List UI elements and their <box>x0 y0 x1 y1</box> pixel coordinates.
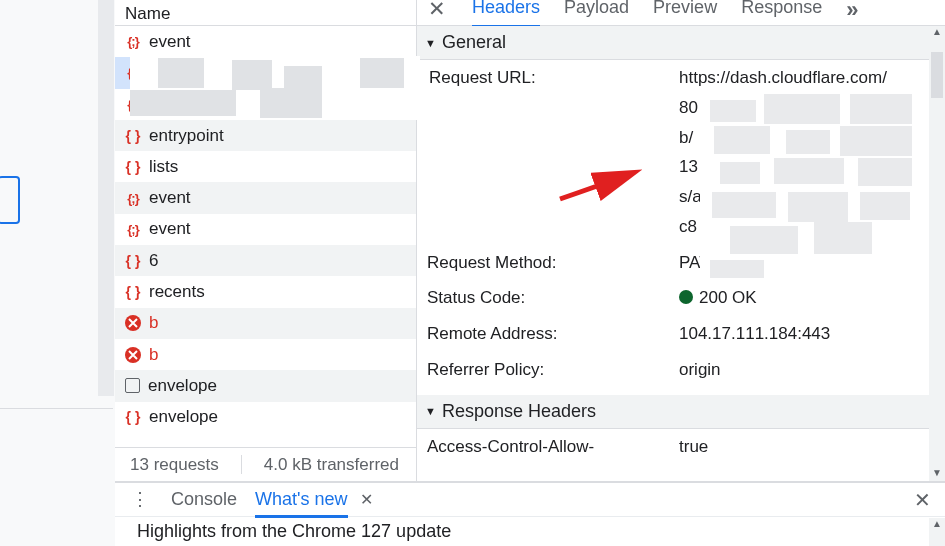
request-row[interactable]: b <box>115 308 416 339</box>
js-file-icon: {;} <box>125 34 141 50</box>
js-file-icon: {;} <box>125 221 141 237</box>
request-label: entrypoint <box>149 126 224 146</box>
referrer-policy-value: origin <box>679 355 935 385</box>
remote-address-label: Remote Address: <box>427 319 679 349</box>
close-icon[interactable]: ✕ <box>360 490 373 509</box>
drawer-scroll-up-icon[interactable]: ▲ <box>929 518 945 546</box>
request-row[interactable]: {;}event <box>115 214 416 245</box>
acah-value: true <box>679 432 935 462</box>
redaction-block <box>284 66 322 90</box>
request-label: event <box>149 32 191 52</box>
tabs-overflow-icon[interactable]: » <box>846 0 867 23</box>
caret-down-icon: ▼ <box>425 37 436 49</box>
left-sidebar-sliver <box>0 0 115 546</box>
status-code-value: 200 OK <box>679 283 935 313</box>
drawer-body: Highlights from the Chrome 127 update <box>115 517 945 546</box>
kv-status-code: Status Code: 200 OK <box>417 280 945 316</box>
scroll-up-icon[interactable]: ▲ <box>929 26 945 40</box>
tab-headers[interactable]: Headers <box>472 0 540 24</box>
fetch-icon: { } <box>125 128 141 144</box>
summary-requests: 13 requests <box>130 455 219 475</box>
request-row[interactable]: { }recents <box>115 276 416 307</box>
request-label: b <box>149 313 158 333</box>
general-title: General <box>442 32 506 53</box>
response-headers-section-header[interactable]: ▼ Response Headers <box>417 395 945 429</box>
error-icon <box>125 315 141 331</box>
drawer-tab-whatsnew[interactable]: What's new <box>255 489 347 510</box>
status-code-label: Status Code: <box>427 283 679 313</box>
fetch-icon: { } <box>125 159 141 175</box>
request-row[interactable]: { }entrypoint <box>115 120 416 151</box>
tab-payload[interactable]: Payload <box>564 0 629 24</box>
request-label: 6 <box>149 251 158 271</box>
fetch-icon: { } <box>125 253 141 269</box>
general-section-header[interactable]: ▼ General <box>417 26 945 60</box>
referrer-policy-label: Referrer Policy: <box>427 355 679 385</box>
status-dot-icon <box>679 290 693 304</box>
divider <box>0 408 113 409</box>
fetch-icon: { } <box>125 409 141 425</box>
drawer-tabs: ⋮ Console What's new ✕ ✕ <box>115 483 945 517</box>
close-icon[interactable]: ✕ <box>914 488 931 512</box>
request-label: event <box>149 188 191 208</box>
summary-transferred: 4.0 kB transferred <box>241 455 399 475</box>
js-file-icon: {;} <box>125 190 141 206</box>
kv-referrer-policy: Referrer Policy: origin <box>417 352 945 395</box>
request-row[interactable]: {;}event <box>115 26 416 57</box>
selection-outline <box>0 176 20 224</box>
drawer-tab-console[interactable]: Console <box>171 489 237 510</box>
checkbox-icon <box>125 378 140 393</box>
tab-response[interactable]: Response <box>741 0 822 24</box>
request-row[interactable]: { }envelope <box>115 402 416 433</box>
request-row[interactable]: envelope <box>115 370 416 401</box>
redaction-block <box>130 90 236 116</box>
detail-scrollbar[interactable]: ▲ ▼ <box>929 26 945 481</box>
request-row[interactable]: b <box>115 339 416 370</box>
request-url-label: Request URL: <box>427 63 679 242</box>
caret-down-icon: ▼ <box>425 405 436 417</box>
detail-tabs: ✕ Headers Payload Preview Response » <box>417 0 945 26</box>
scroll-gutter <box>98 0 114 396</box>
request-label: b <box>149 345 158 365</box>
redaction-block <box>260 88 322 118</box>
request-label: recents <box>149 282 205 302</box>
request-label: envelope <box>148 376 217 396</box>
redaction-block <box>232 60 272 90</box>
network-summary-bar: 13 requests 4.0 kB transferred <box>115 447 416 481</box>
request-label: event <box>149 219 191 239</box>
request-row[interactable]: { }6 <box>115 245 416 276</box>
redaction-block <box>158 58 204 88</box>
name-column-header[interactable]: Name <box>115 0 416 26</box>
drag-handle-icon[interactable]: ⋮ <box>131 496 153 502</box>
kv-remote-address: Remote Address: 104.17.111.184:443 <box>417 316 945 352</box>
scroll-thumb[interactable] <box>931 52 943 98</box>
scroll-down-icon[interactable]: ▼ <box>929 467 945 481</box>
error-icon <box>125 347 141 363</box>
request-row[interactable]: {;}event <box>115 182 416 213</box>
request-label: envelope <box>149 407 218 427</box>
kv-access-control-allow: Access-Control-Allow- true <box>417 429 945 465</box>
acah-label: Access-Control-Allow- <box>427 432 679 462</box>
request-method-label: Request Method: <box>427 248 679 278</box>
remote-address-value: 104.17.111.184:443 <box>679 319 935 349</box>
close-icon[interactable]: ✕ <box>426 0 448 19</box>
response-headers-title: Response Headers <box>442 401 596 422</box>
redaction-block <box>700 92 918 282</box>
request-row[interactable]: { }lists <box>115 151 416 182</box>
devtools-drawer: ⋮ Console What's new ✕ ✕ Highlights from… <box>115 482 945 546</box>
redaction-block <box>360 58 404 88</box>
fetch-icon: { } <box>125 284 141 300</box>
tab-preview[interactable]: Preview <box>653 0 717 24</box>
request-label: lists <box>149 157 178 177</box>
